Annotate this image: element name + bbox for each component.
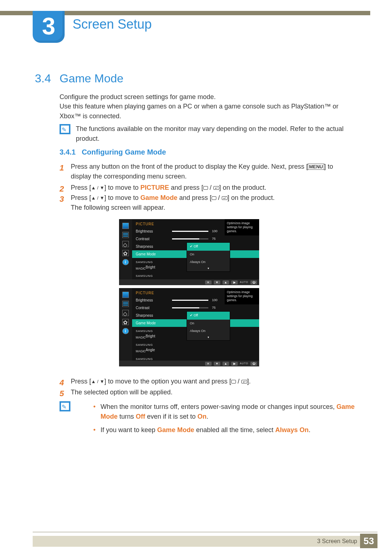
- down-icon: ▼: [214, 362, 220, 366]
- scroll-down-icon: ▾: [187, 266, 230, 271]
- osd-sidebar: [119, 288, 132, 361]
- color-tab-icon: [122, 232, 129, 238]
- note-bottom-text: When the monitor turns off, enters power…: [76, 401, 355, 439]
- subsection-title: Configuring Game Mode: [82, 148, 166, 156]
- right-icon: ▶: [231, 280, 238, 284]
- step-text: Press [▲ / ▼] to move to Game Mode and p…: [71, 193, 354, 213]
- osd-options-popup: Off On Always On ▾: [187, 242, 230, 272]
- up-down-icon: ▲ / ▼: [91, 195, 105, 201]
- option-off: Off: [187, 243, 230, 251]
- option-off: Off: [187, 312, 230, 320]
- osd-sidebar: [119, 219, 132, 279]
- osd-main: PICTURE Brightness 100 Contrast 75 Sharp…: [132, 219, 259, 279]
- info-tab-icon: [122, 259, 129, 265]
- enter-icon: [222, 196, 228, 200]
- step-number: 4: [60, 377, 69, 389]
- enter-icon: [213, 186, 219, 190]
- up-down-icon: ▲ / ▼: [91, 185, 105, 190]
- step-4: 4 Press [▲ / ▼] to move to the option yo…: [60, 377, 357, 389]
- select-icon: [203, 186, 208, 190]
- size-tab-icon: [122, 241, 129, 247]
- chapter-title: Screen Setup: [73, 15, 152, 34]
- note-top: The functions available on the monitor m…: [60, 124, 357, 144]
- subsection-number: 3.4.1: [60, 148, 75, 156]
- step-5: 5 The selected option will be applied.: [60, 387, 357, 399]
- step-number: 5: [60, 387, 69, 399]
- settings-tab-icon: [122, 250, 129, 256]
- osd-tooltip: Optimizes image settings for playing gam…: [225, 288, 259, 304]
- menu-button-label: MENU: [308, 164, 324, 170]
- osd-row-contrast: Contrast 75: [132, 304, 259, 312]
- step-number: 1: [60, 162, 69, 174]
- select-icon: [231, 380, 236, 383]
- step-3: 3 Press [▲ / ▼] to move to Game Mode and…: [60, 193, 357, 213]
- section-number: 3.4: [35, 70, 51, 87]
- step-1: 1 Press any button on the front of the p…: [60, 162, 357, 181]
- step-number: 3: [60, 193, 69, 205]
- auto-label: AUTO: [240, 362, 248, 366]
- chapter-badge: 3: [33, 11, 65, 43]
- color-tab-icon: [122, 301, 129, 307]
- osd-tooltip: Optimizes image settings for playing gam…: [225, 219, 259, 235]
- right-icon: ▶: [231, 362, 238, 366]
- note-bullet-2: If you want to keep Game Mode enabled al…: [92, 425, 355, 435]
- up-icon: ▲: [222, 280, 229, 284]
- footer-rule: [33, 532, 377, 532]
- select-icon: [212, 196, 216, 200]
- power-icon: ⏻: [250, 362, 257, 366]
- up-icon: ▲: [222, 362, 229, 366]
- osd-options-popup: Off On Always On ▾: [187, 311, 230, 341]
- osd-row-magic-angle: SAMSUNGMAGICAngle: [132, 341, 259, 354]
- note-bottom: When the monitor turns off, enters power…: [60, 401, 357, 439]
- up-down-icon: ▲ / ▼: [91, 379, 105, 384]
- enter-icon: [241, 380, 247, 383]
- osd-bottom-bar-1: ✕ ▼ ▲ ▶ AUTO ⏻: [119, 279, 259, 285]
- down-icon: ▼: [214, 280, 220, 284]
- step-text: Press [▲ / ▼] to move to the option you …: [71, 377, 354, 386]
- scroll-down-icon: ▾: [187, 335, 230, 340]
- settings-tab-icon: [122, 319, 129, 325]
- note-icon: [60, 124, 70, 134]
- note-top-text: The functions available on the monitor m…: [76, 124, 355, 144]
- target-picture: PICTURE: [140, 184, 169, 191]
- picture-tab-icon: [122, 223, 129, 229]
- target-game-mode: Game Mode: [140, 194, 177, 201]
- osd-menu-figure-1: PICTURE Brightness 100 Contrast 75 Sharp…: [119, 219, 259, 279]
- option-on: On: [187, 251, 230, 259]
- close-icon: ✕: [205, 362, 212, 366]
- osd-main: PICTURE Brightness 100 Contrast 75 Sharp…: [132, 288, 259, 361]
- step-text: The selected option will be applied.: [71, 387, 354, 397]
- option-always-on: Always On: [187, 327, 230, 335]
- note-bullet-1: When the monitor turns off, enters power…: [92, 402, 355, 422]
- page-number: 53: [360, 534, 377, 548]
- step-text: Press [▲ / ▼] to move to PICTURE and pre…: [71, 183, 354, 193]
- option-on: On: [187, 320, 230, 328]
- osd-menu-figure-2: PICTURE Brightness 100 Contrast 75 Sharp…: [119, 288, 259, 361]
- close-icon: ✕: [205, 280, 212, 284]
- option-always-on: Always On: [187, 258, 230, 266]
- osd-bottom-bar-2: ✕ ▼ ▲ ▶ AUTO ⏻: [119, 361, 259, 366]
- osd-row-contrast: Contrast 75: [132, 235, 259, 243]
- intro-paragraph-1: Configure the product screen settings fo…: [60, 92, 357, 102]
- subsection-heading: 3.4.1 Configuring Game Mode: [60, 147, 166, 157]
- picture-tab-icon: [122, 292, 129, 298]
- power-icon: ⏻: [250, 280, 257, 284]
- section-title: Game Mode: [60, 70, 123, 87]
- intro-paragraph-2: Use this feature when playing games on a…: [60, 102, 357, 121]
- step-text: Press any button on the front of the pro…: [71, 162, 354, 181]
- info-tab-icon: [122, 328, 129, 334]
- note-icon: [60, 401, 70, 411]
- size-tab-icon: [122, 310, 129, 316]
- auto-label: AUTO: [240, 280, 248, 284]
- footer-bar: 3 Screen Setup: [33, 536, 377, 547]
